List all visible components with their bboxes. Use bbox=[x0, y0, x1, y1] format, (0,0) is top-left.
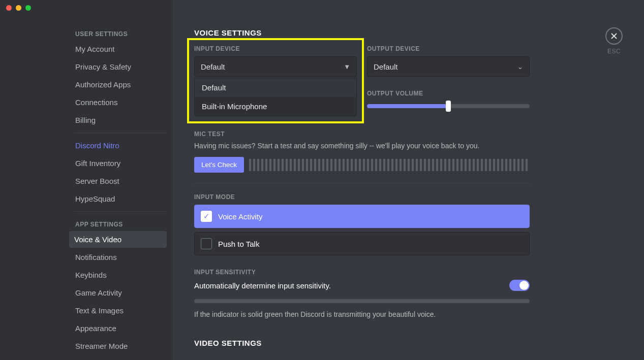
input-device-dropdown: Default Built-in Microphone bbox=[194, 78, 357, 116]
input-device-highlight: INPUT DEVICE Default ▼ Default Built-in … bbox=[187, 38, 364, 123]
sidebar-item-text-images[interactable]: Text & Images bbox=[74, 302, 167, 319]
sidebar-item-discord-nitro[interactable]: Discord Nitro bbox=[74, 137, 167, 154]
mic-test-button[interactable]: Let's Check bbox=[194, 157, 244, 173]
input-device-option-default[interactable]: Default bbox=[195, 78, 356, 97]
sensitivity-desc: If the indicator is solid green then Dis… bbox=[194, 310, 530, 318]
divider bbox=[194, 183, 530, 183]
sidebar-item-server-boost[interactable]: Server Boost bbox=[74, 173, 167, 189]
chevron-down-icon: ⌄ bbox=[517, 63, 523, 71]
sidebar-item-billing[interactable]: Billing bbox=[74, 112, 167, 128]
output-device-select[interactable]: Default ⌄ bbox=[367, 56, 530, 77]
sidebar-header-user: USER SETTINGS bbox=[74, 25, 167, 41]
minimize-window-icon[interactable] bbox=[16, 5, 21, 11]
sidebar-item-notifications[interactable]: Notifications bbox=[74, 249, 167, 266]
sidebar-item-hypesquad[interactable]: HypeSquad bbox=[74, 190, 167, 207]
esc-label: ESC bbox=[605, 48, 623, 55]
sidebar-item-language[interactable]: Language bbox=[74, 355, 167, 360]
input-mode-label: INPUT MODE bbox=[194, 193, 530, 201]
mic-test-meter bbox=[249, 159, 530, 171]
close-window-icon[interactable] bbox=[6, 5, 12, 11]
sidebar-item-authorized-apps[interactable]: Authorized Apps bbox=[74, 76, 167, 93]
auto-sensitivity-toggle[interactable] bbox=[509, 280, 530, 291]
checkbox-checked-icon: ✓ bbox=[201, 211, 212, 222]
checkbox-unchecked-icon bbox=[201, 238, 212, 249]
input-device-label: INPUT DEVICE bbox=[194, 45, 357, 52]
output-volume-slider[interactable] bbox=[367, 104, 530, 108]
sidebar-item-streamer-mode[interactable]: Streamer Mode bbox=[74, 338, 167, 354]
sidebar-divider bbox=[74, 211, 167, 212]
input-sensitivity-label: INPUT SENSITIVITY bbox=[194, 269, 530, 276]
maximize-window-icon[interactable] bbox=[25, 5, 31, 11]
close-settings[interactable]: ESC bbox=[605, 27, 623, 55]
sidebar-item-connections[interactable]: Connections bbox=[74, 94, 167, 111]
toggle-knob-icon bbox=[519, 281, 529, 290]
close-icon[interactable] bbox=[605, 27, 623, 45]
input-device-selected: Default bbox=[201, 62, 225, 71]
input-mode-option-label: Voice Activity bbox=[218, 212, 263, 221]
chevron-down-icon: ▼ bbox=[344, 63, 350, 71]
input-mode-voice-activity[interactable]: ✓ Voice Activity bbox=[194, 205, 530, 228]
page-title: VOICE SETTINGS bbox=[194, 28, 530, 37]
sidebar-item-gift-inventory[interactable]: Gift Inventory bbox=[74, 155, 167, 172]
input-mode-push-to-talk[interactable]: Push to Talk bbox=[194, 232, 530, 255]
video-settings-title: VIDEO SETTINGS bbox=[194, 339, 530, 347]
window-controls bbox=[6, 5, 31, 11]
output-volume-thumb[interactable] bbox=[446, 101, 451, 112]
output-device-label: OUTPUT DEVICE bbox=[367, 45, 530, 52]
output-device-selected: Default bbox=[374, 62, 398, 71]
auto-sensitivity-label: Automatically determine input sensitivit… bbox=[194, 281, 331, 290]
sidebar-item-game-activity[interactable]: Game Activity bbox=[74, 284, 167, 301]
sidebar-item-appearance[interactable]: Appearance bbox=[74, 320, 167, 337]
input-device-select[interactable]: Default ▼ bbox=[194, 56, 357, 77]
sidebar-divider bbox=[74, 133, 167, 133]
settings-sidebar: USER SETTINGS My Account Privacy & Safet… bbox=[0, 0, 173, 360]
sidebar-item-privacy-safety[interactable]: Privacy & Safety bbox=[74, 58, 167, 75]
sensitivity-meter bbox=[194, 299, 530, 303]
mic-test-desc: Having mic issues? Start a test and say … bbox=[194, 142, 530, 150]
input-device-option-builtin-mic[interactable]: Built-in Microphone bbox=[195, 97, 356, 116]
input-mode-option-label: Push to Talk bbox=[218, 240, 259, 248]
mic-test-label: MIC TEST bbox=[194, 130, 530, 138]
sidebar-header-app: APP SETTINGS bbox=[74, 216, 167, 231]
sidebar-item-my-account[interactable]: My Account bbox=[74, 41, 167, 57]
output-volume-label: OUTPUT VOLUME bbox=[367, 90, 530, 97]
settings-content: ESC VOICE SETTINGS INPUT DEVICE Default … bbox=[173, 0, 644, 360]
sidebar-item-keybinds[interactable]: Keybinds bbox=[74, 267, 167, 283]
sidebar-item-voice-video[interactable]: Voice & Video bbox=[69, 231, 167, 248]
output-volume-fill bbox=[367, 104, 448, 108]
